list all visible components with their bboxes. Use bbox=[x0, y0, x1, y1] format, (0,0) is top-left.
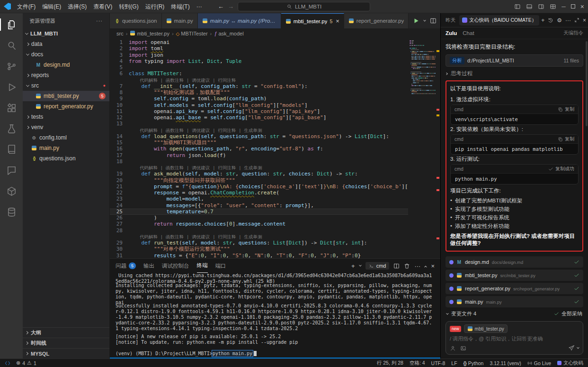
code-editor[interactable]: 1import openai2import toml3import json4f… bbox=[110, 39, 408, 258]
go-live-button[interactable]: Go Live bbox=[527, 360, 551, 366]
layout-panel-icon[interactable] bbox=[526, 3, 533, 10]
tree-item-reports[interactable]: reports bbox=[23, 70, 109, 80]
menu-item[interactable]: 选择(S) bbox=[64, 0, 90, 13]
close-window-button[interactable]: × bbox=[580, 3, 584, 10]
accept-check-icon[interactable] bbox=[574, 272, 579, 278]
tab-main.py[interactable]: main.py bbox=[162, 13, 198, 28]
indentation[interactable]: 空格: 4 bbox=[410, 360, 425, 367]
maximize-panel-icon[interactable] bbox=[425, 266, 428, 269]
chat-icon[interactable] bbox=[0, 160, 23, 181]
maximize-button[interactable] bbox=[571, 4, 575, 9]
tab-chat[interactable]: Chat bbox=[463, 30, 474, 36]
run-dropdown-icon[interactable] bbox=[423, 19, 426, 22]
breadcrumb-mbti_tester.py[interactable]: mbti_tester.py bbox=[130, 31, 169, 36]
chat-more-icon[interactable]: ··· bbox=[565, 17, 571, 24]
menu-item[interactable]: 运行(R) bbox=[142, 0, 168, 13]
panel-more-icon[interactable]: ··· bbox=[414, 262, 420, 270]
tree-item-mbti_tester.py[interactable]: mbti_tester.py5 bbox=[23, 91, 109, 101]
panel-tab-端口[interactable]: 端口 bbox=[215, 259, 226, 273]
testing-icon[interactable] bbox=[0, 118, 23, 139]
database-icon[interactable] bbox=[0, 201, 23, 222]
tab-zulu[interactable]: Zulu bbox=[445, 30, 457, 36]
breadcrumb-MBTITester[interactable]: ◇ MBTITester bbox=[176, 31, 208, 36]
accept-all-button[interactable]: 全部采纳 bbox=[554, 310, 582, 317]
new-chat-icon[interactable]: + bbox=[541, 17, 544, 24]
language-indicator[interactable]: {}Python bbox=[463, 360, 484, 366]
terminal-list-item[interactable]: cmd bbox=[365, 262, 390, 270]
minimize-button[interactable]: ─ bbox=[561, 3, 566, 10]
mode-label[interactable]: 天编指令 bbox=[563, 30, 583, 36]
image-icon[interactable] bbox=[460, 345, 466, 351]
sidebar-section-大纲[interactable]: 大纲 bbox=[23, 327, 109, 338]
eol[interactable]: LF bbox=[451, 360, 457, 366]
tree-item-venv[interactable]: venv bbox=[23, 122, 109, 132]
encoding[interactable]: UTF-8 bbox=[431, 360, 445, 366]
tree-item-tests[interactable]: tests bbox=[23, 112, 109, 122]
copy-success-label[interactable]: 复制成功 bbox=[548, 166, 574, 172]
expand-icon[interactable] bbox=[574, 17, 579, 23]
tree-item-questions.json[interactable]: {}questions.json bbox=[23, 153, 109, 164]
tree-item-design.md[interactable]: Mdesign.md bbox=[23, 60, 109, 70]
changed-files-label[interactable]: 变更文件 4 bbox=[451, 310, 476, 317]
layout-secondary-sidebar-icon[interactable] bbox=[538, 3, 544, 10]
breadcrumb-ask_model[interactable]: ƒ ask_model bbox=[214, 31, 243, 36]
panel-tab-调试控制台[interactable]: 调试控制台 bbox=[162, 259, 189, 273]
terminal-dropdown-icon[interactable] bbox=[359, 264, 362, 267]
tab-mbti_tester.py[interactable]: mbti_tester.py5× bbox=[281, 13, 344, 28]
remote-indicator[interactable] bbox=[5, 360, 10, 366]
sidebar-section-时间线[interactable]: 时间线 bbox=[23, 338, 109, 348]
extensions-icon[interactable] bbox=[0, 97, 23, 118]
menu-item[interactable]: 文件(F) bbox=[14, 0, 39, 13]
sidebar-more-icon[interactable]: ··· bbox=[96, 18, 103, 24]
book-icon[interactable] bbox=[0, 139, 23, 160]
tree-item-main.py[interactable]: main.py bbox=[23, 143, 109, 153]
forward-button[interactable]: → bbox=[228, 3, 234, 10]
history-icon[interactable] bbox=[548, 17, 553, 23]
session-tab-yesterday[interactable]: 昨天 bbox=[444, 17, 457, 24]
changed-file-row[interactable]: main.pymain.py bbox=[445, 296, 583, 307]
close-panel-icon[interactable]: × bbox=[431, 262, 435, 270]
tree-item-docs[interactable]: docs bbox=[23, 49, 109, 60]
kill-terminal-icon[interactable] bbox=[404, 263, 410, 269]
new-terminal-icon[interactable]: + bbox=[351, 262, 355, 270]
layout-customize-icon[interactable] bbox=[550, 3, 556, 10]
accept-check-icon[interactable] bbox=[574, 286, 579, 291]
session-tab-comate[interactable]: 文心快码（BAIDU COMATE） bbox=[459, 15, 539, 26]
accept-check-icon[interactable] bbox=[574, 259, 579, 265]
cursor-position[interactable]: 行 25, 列 28 bbox=[377, 360, 403, 367]
menu-item[interactable]: 转到(G) bbox=[116, 0, 142, 13]
tree-item-report_generator.py[interactable]: report_generator.py bbox=[23, 101, 109, 112]
source-control-icon[interactable] bbox=[0, 56, 23, 77]
chat-input[interactable]: new mbti_tester.py / 调用指令，@ 引用知识，让回答更准确 bbox=[445, 321, 583, 355]
tree-item-src[interactable]: src● bbox=[23, 80, 109, 91]
layout-sidebar-icon[interactable] bbox=[514, 3, 521, 10]
back-button[interactable]: ← bbox=[218, 3, 224, 10]
thinking-toggle[interactable]: 思考过程 bbox=[445, 70, 583, 77]
tab-main.py ↔ main.py (/Project/LLM_MBTI…)[interactable]: main.py ↔ main.py (/Project/LLM_MBTI…) bbox=[198, 13, 281, 28]
run-debug-icon[interactable] bbox=[0, 77, 23, 97]
scrollbar[interactable] bbox=[586, 41, 588, 126]
copy-button[interactable]: 复制 bbox=[558, 106, 574, 113]
run-python-button[interactable] bbox=[413, 17, 419, 24]
menu-item[interactable]: 编辑(E) bbox=[39, 0, 64, 13]
changed-file-row[interactable]: mbti_tester.pysrc/mbti_tester.py bbox=[445, 270, 583, 281]
menu-item[interactable]: 终端(T) bbox=[168, 0, 193, 13]
chat-messages[interactable]: 我将检查项目完整目录结构: 分析 d:/Project/LLM_MBTI 11 … bbox=[441, 39, 588, 255]
command-center[interactable]: LLM_MBTI bbox=[238, 2, 370, 11]
accept-check-icon[interactable] bbox=[574, 299, 579, 305]
minimap[interactable] bbox=[408, 39, 436, 258]
copy-button[interactable]: 复制 bbox=[558, 136, 574, 142]
menu-item[interactable]: 查看(V) bbox=[90, 0, 116, 13]
chat-close-icon[interactable]: × bbox=[583, 17, 586, 24]
panel-tab-终端[interactable]: 终端 bbox=[197, 259, 208, 273]
problems-indicator[interactable]: ⊗ 4 ⚠ 1 bbox=[16, 360, 36, 366]
agent-icon[interactable] bbox=[450, 345, 456, 351]
analysis-chip[interactable]: 分析 d:/Project/LLM_MBTI 11 files bbox=[445, 54, 583, 67]
tab-questions.json[interactable]: {}questions.json bbox=[110, 13, 162, 28]
comate-status[interactable]: 文心快码 bbox=[557, 360, 583, 367]
changed-file-row[interactable]: Mdesign.mddocs/design.md bbox=[445, 256, 583, 268]
search-icon[interactable] bbox=[0, 35, 23, 56]
sidebar-section-MYSQL[interactable]: MYSQL bbox=[23, 348, 109, 358]
context-file-chip[interactable]: mbti_tester.py bbox=[464, 324, 508, 333]
split-editor-icon[interactable] bbox=[430, 17, 437, 24]
